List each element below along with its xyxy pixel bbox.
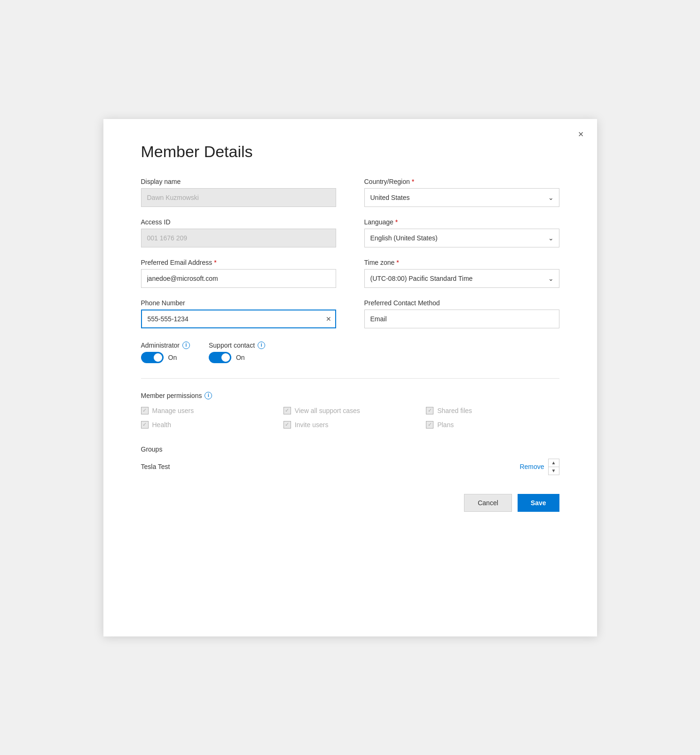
support-contact-state-label: On xyxy=(236,354,245,361)
view-support-cases-label: View all support cases xyxy=(295,407,360,414)
email-input[interactable] xyxy=(141,269,336,288)
contact-method-input[interactable] xyxy=(364,310,559,328)
toggles-section: Administrator i On Support contact i On xyxy=(141,342,559,363)
language-label: Language* xyxy=(364,218,559,226)
language-group: Language* English (United States) French… xyxy=(364,218,559,247)
contact-method-label: Preferred Contact Method xyxy=(364,299,559,307)
dialog-title: Member Details xyxy=(141,143,559,161)
list-item: ✓ View all support cases xyxy=(283,407,417,414)
timezone-label: Time zone* xyxy=(364,259,559,266)
contact-method-group: Preferred Contact Method xyxy=(364,299,559,328)
list-item: ✓ Manage users xyxy=(141,407,274,414)
invite-users-label: Invite users xyxy=(295,421,329,429)
display-name-input[interactable] xyxy=(141,188,336,207)
timezone-select-wrapper: (UTC-08:00) Pacific Standard Time (UTC-0… xyxy=(364,269,559,288)
table-row: Tesla Test Remove ▲ ▼ xyxy=(141,459,559,475)
cancel-button[interactable]: Cancel xyxy=(464,494,512,512)
list-item: ✓ Invite users xyxy=(283,421,417,429)
country-region-label: Country/Region* xyxy=(364,178,559,185)
view-support-cases-checkbox[interactable]: ✓ xyxy=(283,407,291,414)
administrator-toggle[interactable] xyxy=(141,352,164,363)
plans-label: Plans xyxy=(437,421,454,429)
shared-files-checkbox[interactable]: ✓ xyxy=(426,407,433,414)
email-group: Preferred Email Address* xyxy=(141,259,336,288)
administrator-toggle-row: On xyxy=(141,352,190,363)
remove-link[interactable]: Remove xyxy=(519,463,544,470)
list-item: ✓ Health xyxy=(141,421,274,429)
permissions-section-title: Member permissions i xyxy=(141,392,559,399)
support-contact-toggle[interactable] xyxy=(209,352,231,363)
updown-buttons: ▲ ▼ xyxy=(548,459,559,475)
country-region-group: Country/Region* United States Canada Uni… xyxy=(364,178,559,207)
save-button[interactable]: Save xyxy=(518,494,559,512)
phone-group: Phone Number ✕ xyxy=(141,299,336,328)
display-name-group: Display name xyxy=(141,178,336,207)
manage-users-label: Manage users xyxy=(152,407,194,414)
shared-files-label: Shared files xyxy=(437,407,472,414)
display-name-label: Display name xyxy=(141,178,336,185)
administrator-info-icon[interactable]: i xyxy=(182,342,190,349)
phone-input-wrapper: ✕ xyxy=(141,310,336,328)
list-item: ✓ Shared files xyxy=(426,407,559,414)
administrator-label-row: Administrator i xyxy=(141,342,190,349)
email-label: Preferred Email Address* xyxy=(141,259,336,266)
access-id-input[interactable] xyxy=(141,229,336,247)
group-actions: Remove ▲ ▼ xyxy=(519,459,559,475)
group-name: Tesla Test xyxy=(141,463,170,470)
close-button[interactable]: × xyxy=(578,129,584,139)
groups-title: Groups xyxy=(141,445,559,453)
language-select[interactable]: English (United States) French Spanish xyxy=(364,229,559,247)
move-down-button[interactable]: ▼ xyxy=(549,467,559,475)
administrator-state-label: On xyxy=(168,354,177,361)
member-details-dialog: × Member Details Display name Country/Re… xyxy=(103,119,597,636)
support-contact-info-icon[interactable]: i xyxy=(258,342,265,349)
invite-users-checkbox[interactable]: ✓ xyxy=(283,421,291,429)
manage-users-checkbox[interactable]: ✓ xyxy=(141,407,149,414)
timezone-group: Time zone* (UTC-08:00) Pacific Standard … xyxy=(364,259,559,288)
country-region-select[interactable]: United States Canada United Kingdom xyxy=(364,188,559,207)
groups-section: Groups Tesla Test Remove ▲ ▼ xyxy=(141,445,559,475)
move-up-button[interactable]: ▲ xyxy=(549,459,559,467)
support-contact-label-row: Support contact i xyxy=(209,342,265,349)
phone-label: Phone Number xyxy=(141,299,336,307)
form-grid: Display name Country/Region* United Stat… xyxy=(141,178,559,328)
plans-checkbox[interactable]: ✓ xyxy=(426,421,433,429)
support-contact-label: Support contact xyxy=(209,342,255,349)
footer-buttons: Cancel Save xyxy=(141,494,559,512)
timezone-select[interactable]: (UTC-08:00) Pacific Standard Time (UTC-0… xyxy=(364,269,559,288)
list-item: ✓ Plans xyxy=(426,421,559,429)
support-contact-toggle-group: Support contact i On xyxy=(209,342,265,363)
language-select-wrapper: English (United States) French Spanish ⌄ xyxy=(364,229,559,247)
access-id-group: Access ID xyxy=(141,218,336,247)
permissions-info-icon[interactable]: i xyxy=(204,392,212,399)
support-contact-toggle-knob xyxy=(221,353,230,362)
administrator-label: Administrator xyxy=(141,342,180,349)
health-label: Health xyxy=(152,421,171,429)
phone-clear-button[interactable]: ✕ xyxy=(326,315,331,323)
administrator-toggle-group: Administrator i On xyxy=(141,342,190,363)
country-region-select-wrapper: United States Canada United Kingdom ⌄ xyxy=(364,188,559,207)
administrator-toggle-knob xyxy=(154,353,162,362)
health-checkbox[interactable]: ✓ xyxy=(141,421,149,429)
access-id-label: Access ID xyxy=(141,218,336,226)
phone-input[interactable] xyxy=(141,310,336,328)
divider xyxy=(141,378,559,379)
support-contact-toggle-row: On xyxy=(209,352,265,363)
permissions-grid: ✓ Manage users ✓ View all support cases … xyxy=(141,407,559,429)
